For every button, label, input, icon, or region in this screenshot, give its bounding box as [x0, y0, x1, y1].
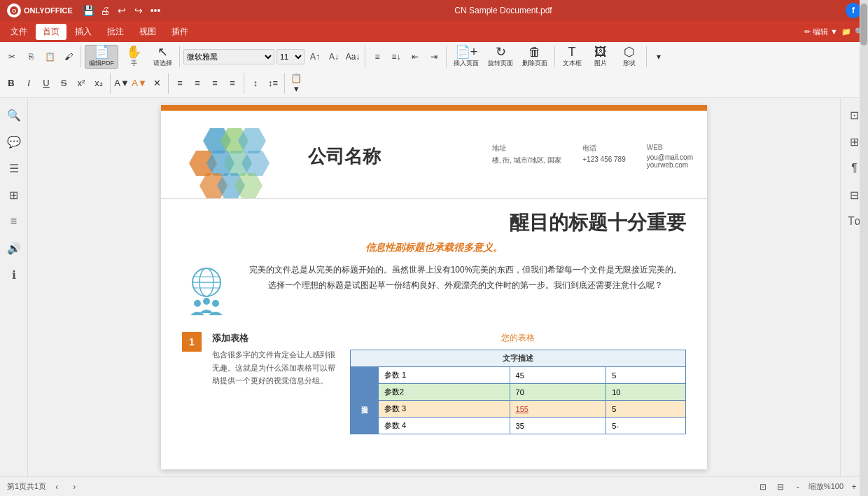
increase-font-button[interactable]: A↑ [307, 48, 323, 65]
company-name: 公司名称 [308, 144, 381, 169]
globe-people-icon [182, 263, 231, 319]
image-button[interactable]: 🖼 图片 [587, 45, 614, 69]
copy-button[interactable]: ⎘ [22, 48, 39, 65]
next-page-button[interactable]: › [67, 480, 81, 494]
edit-pdf-button[interactable]: 📄 编辑PDF [85, 45, 118, 69]
menu-plugin[interactable]: 插件 [164, 24, 195, 40]
web-label: WEB [647, 144, 693, 151]
param3-val2: 5 [606, 401, 686, 418]
align-justify-button[interactable]: ≡ [225, 76, 240, 91]
subscript-button[interactable]: x₂ [91, 76, 106, 91]
list-number-button[interactable]: ≡↓ [388, 48, 405, 65]
list-bullet-button[interactable]: ≡ [369, 48, 386, 65]
zoom-in-button[interactable]: + [847, 480, 861, 494]
table-header-row: 文字描述 [351, 350, 686, 367]
toolbar: ✂ ⎘ 📋 🖌 📄 编辑PDF ✋ 手 ↖ 请选择 微软雅黑 11 A↑ A↓ … [0, 42, 868, 98]
delete-page-button[interactable]: 🗑 删除页面 [519, 45, 551, 69]
sep7 [110, 73, 111, 94]
fit-page-button[interactable]: ⊡ [756, 480, 770, 494]
delete-icon: 🗑 [528, 46, 541, 58]
bold-button[interactable]: B [4, 76, 19, 91]
select-button[interactable]: ↖ 请选择 [149, 45, 176, 69]
address-value: 楼, 街, 城市/地区, 国家 [492, 156, 561, 165]
param3-link[interactable]: 155 [516, 405, 528, 413]
fit-width-button[interactable]: ⊟ [774, 480, 788, 494]
menu-home[interactable]: 首页 [36, 24, 66, 40]
textbox-button[interactable]: T 文本框 [559, 45, 585, 69]
page-content: 醒目的标题十分重要 信息性副标题也承载很多意义。 [161, 199, 707, 445]
company-header: 公司名称 地址 楼, 街, 城市/地区, 国家 电话 +123 456 789 … [161, 111, 707, 199]
format-painter-button[interactable]: 🖌 [60, 48, 77, 65]
font-color-button[interactable]: A▼ [132, 76, 147, 91]
superscript-button[interactable]: x² [74, 76, 89, 91]
web-value2: yourweb.com [647, 161, 693, 169]
sidebar-chat-icon[interactable]: 💬 [4, 132, 24, 151]
underline-button[interactable]: U [38, 76, 54, 91]
indent-increase-button[interactable]: ⇥ [426, 48, 442, 65]
param4-label: 参数 4 [379, 418, 510, 434]
shape-button[interactable]: ⬡ 形状 [616, 45, 643, 69]
image-icon: 🖼 [594, 46, 607, 58]
sidebar-search-icon[interactable]: 🔍 [4, 105, 24, 125]
edit-mode-label: ✏ 编辑 ▼ [804, 27, 838, 37]
sidebar-audio-icon[interactable]: 🔊 [4, 238, 24, 258]
sidebar-pages-icon[interactable]: ⊞ [4, 185, 24, 205]
param3-val1: 155 [510, 401, 606, 418]
menu-insert[interactable]: 插入 [68, 24, 99, 40]
highlight-button[interactable]: A▼ [114, 76, 130, 91]
indent-decrease-button[interactable]: ⇤ [407, 48, 424, 65]
more-button[interactable]: ••• [150, 5, 161, 16]
paste-special-button[interactable]: 📋▾ [288, 76, 304, 91]
select-label: 请选择 [153, 59, 172, 68]
print-button[interactable]: 🖨 [99, 5, 111, 16]
redo-button[interactable]: ↪ [133, 5, 144, 16]
sep5 [554, 46, 555, 67]
table-row: 参数 4 35 5- [351, 418, 686, 434]
sep2 [179, 46, 180, 67]
prev-page-button[interactable]: ‹ [50, 480, 64, 494]
align-left-button[interactable]: ≡ [172, 76, 188, 91]
sidebar-list-icon[interactable]: ≡ [4, 212, 24, 231]
insert-page-button[interactable]: 📄+ 插入页面 [450, 45, 482, 69]
font-name-select[interactable]: 微软雅黑 [183, 49, 274, 64]
hand-label: 手 [131, 59, 137, 68]
param4-val2: 5- [606, 418, 686, 434]
para-spacing-button[interactable]: ↕≡ [265, 76, 281, 91]
case-button[interactable]: Aa↓ [344, 48, 361, 65]
align-center-button[interactable]: ≡ [190, 76, 205, 91]
param1-val2: 5 [606, 367, 686, 384]
sep8 [168, 73, 169, 94]
paste-button[interactable]: 📋 [41, 48, 58, 65]
clipboard-dropdown[interactable]: ▾ [650, 48, 667, 65]
menu-view[interactable]: 视图 [132, 24, 163, 40]
sidebar-headings-icon[interactable]: ☰ [4, 158, 24, 178]
menu-file[interactable]: 文件 [4, 24, 34, 40]
save-button[interactable]: 💾 [83, 5, 94, 16]
font-size-select[interactable]: 11 [276, 49, 304, 64]
param1-label: 参数 1 [379, 367, 510, 384]
decrease-font-button[interactable]: A↓ [326, 48, 342, 65]
line-spacing-button[interactable]: ↕ [248, 76, 263, 91]
logo-icon: O [7, 4, 21, 18]
delete-label: 删除页面 [522, 59, 547, 68]
undo-button[interactable]: ↩ [116, 5, 127, 16]
rotate-page-button[interactable]: ↻ 旋转页面 [484, 45, 517, 69]
rotate-icon: ↻ [496, 46, 506, 58]
strikethrough-button[interactable]: S [56, 76, 71, 91]
hand-icon: ✋ [126, 46, 141, 58]
clear-format-button[interactable]: ✕ [149, 76, 164, 91]
sep4 [446, 46, 447, 67]
hand-tool-button[interactable]: ✋ 手 [120, 45, 147, 69]
cut-button[interactable]: ✂ [4, 48, 20, 65]
zoom-out-button[interactable]: - [791, 480, 805, 494]
menu-comment[interactable]: 批注 [100, 24, 131, 40]
save-location-btn[interactable]: 📁 [841, 27, 851, 36]
textbox-label: 文本框 [563, 59, 582, 68]
align-right-button[interactable]: ≡ [207, 76, 223, 91]
title-bar-left: O ONLYOFFICE 💾 🖨 ↩ ↪ ••• [7, 4, 161, 18]
row-label: 预报补义 [351, 367, 379, 434]
italic-button[interactable]: I [21, 76, 36, 91]
param2-val2: 10 [606, 384, 686, 401]
param2-val1: 70 [510, 384, 606, 401]
sidebar-info-icon[interactable]: ℹ [4, 265, 24, 284]
